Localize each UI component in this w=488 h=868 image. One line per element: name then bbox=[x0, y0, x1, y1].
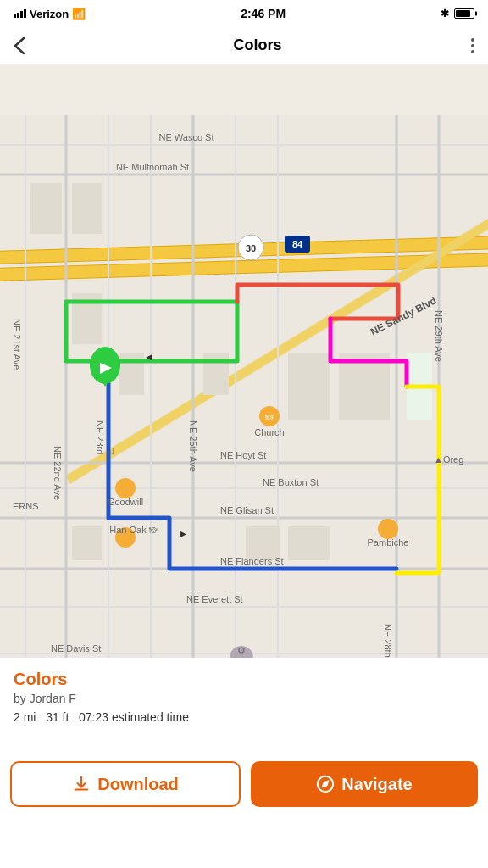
navigate-icon bbox=[316, 775, 335, 793]
bottom-action-bar: Download Navigate bbox=[0, 751, 488, 817]
svg-text:ERNS: ERNS bbox=[13, 501, 39, 511]
svg-text:NE Glisan St: NE Glisan St bbox=[220, 505, 274, 515]
svg-point-54 bbox=[378, 519, 398, 539]
svg-rect-34 bbox=[288, 526, 330, 560]
download-button-label: Download bbox=[97, 775, 179, 794]
svg-text:NE 25th Ave: NE 25th Ave bbox=[188, 420, 198, 472]
route-author: by Jordan F bbox=[14, 692, 474, 705]
svg-text:Han Oak 🍽: Han Oak 🍽 bbox=[109, 525, 158, 535]
route-stats: 2 mi 31 ft 07:23 estimated time bbox=[14, 710, 474, 724]
navigate-button-label: Navigate bbox=[341, 775, 412, 794]
svg-rect-33 bbox=[288, 353, 330, 420]
header: Colors bbox=[0, 27, 488, 64]
svg-text:↓: ↓ bbox=[110, 445, 115, 457]
signal-bar-2 bbox=[17, 13, 19, 18]
menu-dot-2 bbox=[471, 44, 474, 47]
svg-text:NE 29th Ave: NE 29th Ave bbox=[434, 310, 444, 362]
svg-text:NE Buxton St: NE Buxton St bbox=[263, 477, 319, 487]
svg-text:Church: Church bbox=[254, 427, 284, 437]
status-bar: Verizon 📶 2:46 PM ✱ bbox=[0, 0, 488, 27]
svg-rect-32 bbox=[246, 526, 280, 560]
bluetooth-icon: ✱ bbox=[441, 8, 449, 19]
download-button[interactable]: Download bbox=[10, 761, 241, 807]
svg-text:NE 28th Ave: NE 28th Ave bbox=[383, 624, 393, 658]
svg-marker-81 bbox=[322, 781, 329, 787]
wifi-icon: 📶 bbox=[72, 8, 86, 20]
download-icon bbox=[72, 775, 91, 793]
svg-text:Goodwill: Goodwill bbox=[108, 497, 143, 507]
status-left: Verizon 📶 bbox=[14, 8, 86, 20]
signal-bars bbox=[14, 9, 26, 18]
svg-text:30: 30 bbox=[246, 243, 256, 253]
svg-text:🍽: 🍽 bbox=[265, 412, 274, 422]
svg-text:84: 84 bbox=[292, 239, 303, 249]
svg-text:NE Davis St: NE Davis St bbox=[51, 643, 101, 654]
svg-text:NE 22nd Ave: NE 22nd Ave bbox=[53, 446, 63, 500]
navigate-button[interactable]: Navigate bbox=[251, 761, 478, 807]
route-distance: 2 mi bbox=[14, 710, 36, 724]
battery-icon bbox=[454, 8, 474, 19]
back-button[interactable] bbox=[14, 36, 44, 55]
svg-text:◂: ◂ bbox=[146, 349, 152, 364]
svg-point-50 bbox=[115, 478, 136, 498]
carrier-label: Verizon bbox=[30, 8, 69, 20]
svg-text:NE Everett St: NE Everett St bbox=[186, 594, 243, 604]
signal-bar-1 bbox=[14, 14, 16, 18]
page-title: Colors bbox=[233, 36, 281, 54]
route-time: 07:23 estimated time bbox=[79, 710, 189, 724]
svg-text:NE Hoyt St: NE Hoyt St bbox=[220, 450, 266, 460]
svg-text:▲Oreg: ▲Oreg bbox=[434, 454, 463, 465]
svg-text:⚙: ⚙ bbox=[237, 645, 246, 655]
svg-text:NE Flanders St: NE Flanders St bbox=[220, 556, 284, 566]
map-view[interactable]: 30 84 ◂ ▸ ↓ 🍽 Church Goodwill bbox=[0, 64, 488, 658]
status-right: ✱ bbox=[441, 8, 474, 19]
route-elevation: 31 ft bbox=[46, 710, 69, 724]
route-info-panel: Colors by Jordan F 2 mi 31 ft 07:23 esti… bbox=[0, 658, 488, 751]
signal-bar-4 bbox=[24, 9, 26, 18]
svg-rect-26 bbox=[30, 183, 62, 234]
menu-dot-1 bbox=[471, 38, 474, 42]
more-menu-button[interactable] bbox=[471, 38, 474, 53]
svg-text:▸: ▸ bbox=[180, 526, 186, 540]
signal-bar-3 bbox=[20, 11, 23, 18]
svg-text:NE 21st Ave: NE 21st Ave bbox=[12, 319, 22, 370]
svg-text:Pambiche: Pambiche bbox=[368, 537, 409, 548]
menu-dot-3 bbox=[471, 50, 474, 53]
svg-text:NE 23rd: NE 23rd bbox=[95, 420, 105, 454]
svg-text:NE Wasco St: NE Wasco St bbox=[159, 132, 214, 142]
status-time: 2:46 PM bbox=[241, 7, 286, 20]
route-title: Colors bbox=[14, 670, 474, 689]
svg-rect-27 bbox=[72, 183, 102, 234]
svg-rect-29 bbox=[72, 526, 102, 560]
svg-text:NE Multnomah St: NE Multnomah St bbox=[116, 162, 189, 172]
